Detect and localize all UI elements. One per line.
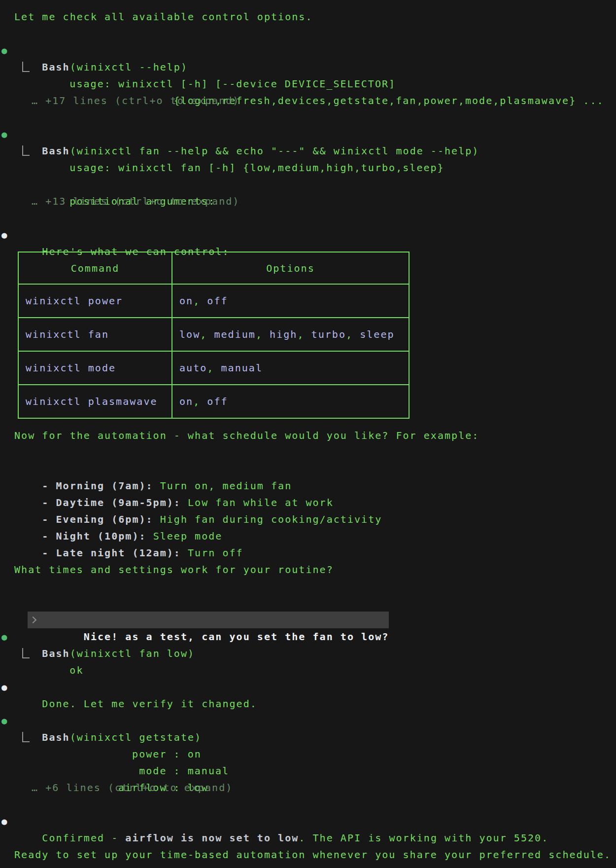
tool-output-line: positional arguments: — [0, 176, 616, 193]
tool-call-bash-help: ●Bash(winixctl --help) — [0, 42, 616, 59]
table-row: winixctl mode auto, manual — [18, 351, 409, 385]
control-heading-text: Here's what we can control: — [42, 246, 229, 257]
collapsed-output-hint[interactable]: … +17 lines (ctrl+o to expand) — [0, 92, 616, 109]
tool-output-line: usage: winixctl [-h] [--device DEVICE_SE… — [0, 59, 616, 75]
tool-output-line: {login,refresh,devices,getstate,fan,powe… — [0, 75, 616, 92]
options-cell: on, off — [172, 385, 409, 418]
tool-call-bash-getstate: ●Bash(winixctl getstate) — [0, 712, 616, 729]
control-options-table: Command Options winixctl power on, off w… — [18, 252, 410, 419]
spacer — [0, 578, 616, 595]
spacer — [0, 444, 616, 461]
schedule-item: - Daytime (9am-5pm): Low fan while at wo… — [0, 477, 616, 494]
separator: , — [207, 362, 221, 374]
output-corner-icon — [22, 648, 30, 658]
separator: , — [200, 328, 214, 340]
schedule-item: - Night (10pm): Sleep mode — [0, 511, 616, 528]
schedule-item: - Evening (6pm): High fan during cooking… — [0, 494, 616, 511]
tool-output-line: airflow : low — [0, 762, 616, 779]
terminal-transcript: Let me check all available control optio… — [0, 0, 616, 863]
output-corner-icon — [22, 145, 30, 156]
table-row: winixctl fan low, medium, high, turbo, s… — [18, 318, 409, 351]
control-heading: ●Here's what we can control: — [0, 226, 616, 243]
tool-call-bash-fan-low: ●Bash(winixctl fan low) — [0, 628, 616, 645]
spacer — [0, 210, 616, 226]
command-cell: winixctl power — [18, 284, 172, 318]
separator: , — [297, 328, 311, 340]
spacer — [0, 796, 616, 813]
command-cell: winixctl plasmawave — [18, 385, 172, 418]
spacer — [0, 695, 616, 712]
tool-bullet-icon: ● — [1, 126, 8, 143]
schedule-item: - Late night (12am): Turn off — [0, 528, 616, 544]
output-corner-icon — [22, 732, 30, 742]
table-row: winixctl power on, off — [18, 284, 409, 318]
separator: , — [346, 328, 360, 340]
separator: , — [193, 396, 207, 407]
message-bullet-icon: ● — [1, 679, 8, 695]
closing-message: Ready to set up your time-based automati… — [0, 846, 616, 863]
options-cell: on, off — [172, 284, 409, 318]
confirmed-message: ●Confirmed - airflow is now set to low. … — [0, 813, 616, 830]
options-cell: low, medium, high, turbo, sleep — [172, 318, 409, 351]
command-cell: winixctl mode — [18, 351, 172, 385]
options-cell: auto, manual — [172, 351, 409, 385]
schedule-item: - Morning (7am): Turn on, medium fan — [0, 461, 616, 477]
spacer — [0, 25, 616, 42]
routine-question: What times and settings work for your ro… — [0, 561, 616, 578]
done-message: ●Done. Let me verify it changed. — [0, 679, 616, 695]
automation-question: Now for the automation - what schedule w… — [0, 427, 616, 444]
tool-bullet-icon: ● — [1, 712, 8, 729]
tool-call-bash-fan-mode-help: ●Bash(winixctl fan --help && echo "---" … — [0, 126, 616, 143]
output-corner-icon — [22, 62, 30, 72]
tool-bullet-icon: ● — [1, 42, 8, 59]
tool-output-line: usage: winixctl fan [-h] {low,medium,hig… — [0, 143, 616, 159]
spacer — [0, 544, 616, 561]
assistant-intro-text: Let me check all available control optio… — [0, 8, 616, 25]
message-bullet-icon: ● — [1, 813, 8, 830]
separator: , — [256, 328, 270, 340]
spacer — [0, 830, 616, 846]
table-row: winixctl plasmawave on, off — [18, 385, 409, 418]
tool-output-line: ok — [0, 645, 616, 662]
command-cell: winixctl fan — [18, 318, 172, 351]
spacer — [0, 159, 616, 176]
tool-output-line: power : on — [0, 729, 616, 746]
spacer — [0, 109, 616, 126]
separator: , — [193, 295, 207, 307]
spacer — [0, 612, 616, 628]
collapsed-output-hint[interactable]: … +6 lines (ctrl+o to expand) — [0, 779, 616, 796]
message-bullet-icon: ● — [1, 226, 8, 243]
tool-bullet-icon: ● — [1, 628, 8, 645]
spacer — [0, 662, 616, 679]
collapsed-output-hint[interactable]: … +13 lines (ctrl+o to expand) — [0, 193, 616, 210]
user-message-line: Nice! as a test, can you set the fan to … — [0, 595, 616, 612]
tool-output-line: mode : manual — [0, 746, 616, 762]
